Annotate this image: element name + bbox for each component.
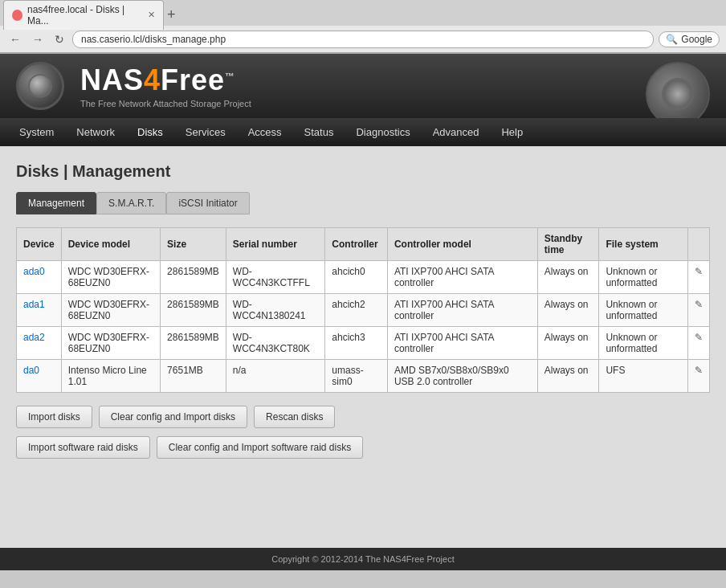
- logo-title-area: NAS4Free™ The Free Network Attached Stor…: [80, 63, 251, 108]
- title-free: Free: [161, 63, 225, 96]
- forward-button[interactable]: →: [29, 31, 47, 47]
- clear-import-button[interactable]: Clear config and Import disks: [99, 406, 247, 428]
- title-nas: NAS: [80, 63, 144, 96]
- cell-device: ada1: [17, 294, 62, 327]
- tab-title: nas4free.local - Disks | Ma...: [27, 4, 140, 27]
- action-buttons-row2: Import software raid disks Clear config …: [16, 436, 710, 459]
- device-link[interactable]: da0: [23, 365, 39, 376]
- cell-controller: umass-sim0: [325, 360, 388, 393]
- title-main: Management: [72, 162, 170, 180]
- cell-ctrl-model: ATI IXP700 AHCI SATA controller: [387, 261, 537, 294]
- url-input[interactable]: [72, 31, 654, 48]
- logo-inner: [28, 74, 52, 98]
- cell-edit: ✎: [688, 327, 710, 360]
- col-filesystem: File system: [599, 228, 688, 261]
- nav-network[interactable]: Network: [65, 118, 126, 146]
- device-link[interactable]: ada1: [23, 299, 45, 310]
- page-content: Disks | Management Management S.M.A.R.T.…: [0, 146, 726, 548]
- table-row: ada0 WDC WD30EFRX-68EUZN0 2861589MB WD-W…: [17, 261, 710, 294]
- site-header: NAS4Free™ The Free Network Attached Stor…: [0, 54, 726, 118]
- active-tab[interactable]: nas4free.local - Disks | Ma... ✕: [3, 0, 164, 30]
- nav-diagnostics[interactable]: Diagnostics: [345, 118, 421, 146]
- tab-favicon: [12, 10, 22, 21]
- cell-filesystem: Unknown or unformatted: [599, 327, 688, 360]
- cell-edit: ✎: [688, 261, 710, 294]
- nav-help[interactable]: Help: [490, 118, 534, 146]
- cell-ctrl-model: ATI IXP700 AHCI SATA controller: [387, 294, 537, 327]
- cell-serial: WD-WCC4N3KCTFFL: [226, 261, 325, 294]
- col-device: Device: [17, 228, 62, 261]
- header-decoration: [646, 62, 710, 118]
- title-separator: |: [63, 162, 72, 180]
- search-box[interactable]: 🔍 Google: [659, 31, 720, 47]
- cell-model: Intenso Micro Line 1.01: [61, 360, 160, 393]
- col-standby: Standby time: [537, 228, 599, 261]
- clear-import-raid-button[interactable]: Clear config and Import software raid di…: [157, 436, 363, 459]
- edit-icon[interactable]: ✎: [695, 266, 703, 277]
- cell-model: WDC WD30EFRX-68EUZN0: [61, 327, 160, 360]
- tab-management[interactable]: Management: [16, 192, 96, 214]
- import-disks-button[interactable]: Import disks: [16, 406, 92, 428]
- cell-model: WDC WD30EFRX-68EUZN0: [61, 261, 160, 294]
- main-navigation: System Network Disks Services Access Sta…: [0, 118, 726, 146]
- col-actions: [688, 228, 710, 261]
- back-button[interactable]: ←: [6, 31, 24, 47]
- cell-controller: ahcich2: [325, 294, 388, 327]
- copyright-text: Copyright © 2012-2014 The NAS4Free Proje…: [271, 554, 454, 564]
- cell-ctrl-model: AMD SB7x0/SB8x0/SB9x0 USB 2.0 controller: [387, 360, 537, 393]
- new-tab-button[interactable]: +: [167, 6, 176, 23]
- title-tm: ™: [225, 71, 235, 82]
- cell-standby: Always on: [537, 261, 599, 294]
- edit-icon[interactable]: ✎: [695, 299, 703, 310]
- cell-filesystem: Unknown or unformatted: [599, 261, 688, 294]
- import-raid-button[interactable]: Import software raid disks: [16, 436, 150, 459]
- site-subtitle: The Free Network Attached Storage Projec…: [80, 99, 251, 108]
- browser-chrome: nas4free.local - Disks | Ma... ✕ + ← → ↻…: [0, 0, 726, 54]
- nav-advanced[interactable]: Advanced: [422, 118, 491, 146]
- cell-serial: WD-WCC4N1380241: [226, 294, 325, 327]
- page-footer: Copyright © 2012-2014 The NAS4Free Proje…: [0, 548, 726, 570]
- nav-services[interactable]: Services: [174, 118, 237, 146]
- nav-access[interactable]: Access: [237, 118, 293, 146]
- cell-device: ada2: [17, 327, 62, 360]
- cell-size: 2861589MB: [161, 327, 226, 360]
- edit-icon[interactable]: ✎: [695, 332, 703, 343]
- nav-disks[interactable]: Disks: [126, 118, 174, 146]
- page-title: Disks | Management: [16, 162, 710, 181]
- col-controller: Controller: [325, 228, 388, 261]
- search-icon: 🔍: [666, 34, 678, 45]
- cell-serial: WD-WCC4N3KCT80K: [226, 327, 325, 360]
- device-link[interactable]: ada0: [23, 266, 45, 277]
- device-link[interactable]: ada2: [23, 332, 45, 343]
- sub-tab-nav: Management S.M.A.R.T. iSCSI Initiator: [16, 192, 710, 214]
- cell-device: ada0: [17, 261, 62, 294]
- col-ctrl-model: Controller model: [387, 228, 537, 261]
- cell-standby: Always on: [537, 360, 599, 393]
- col-model: Device model: [61, 228, 160, 261]
- action-buttons-row1: Import disks Clear config and Import dis…: [16, 406, 710, 428]
- table-row: ada1 WDC WD30EFRX-68EUZN0 2861589MB WD-W…: [17, 294, 710, 327]
- refresh-button[interactable]: ↻: [51, 31, 67, 47]
- edit-icon[interactable]: ✎: [695, 365, 703, 376]
- search-placeholder: Google: [681, 34, 712, 45]
- tab-close-button[interactable]: ✕: [148, 10, 155, 20]
- title-prefix: Disks: [16, 162, 59, 180]
- gear-icon: [662, 78, 694, 110]
- nav-system[interactable]: System: [8, 118, 65, 146]
- disk-table: Device Device model Size Serial number C…: [16, 227, 710, 393]
- rescan-button[interactable]: Rescan disks: [254, 406, 335, 428]
- nav-status[interactable]: Status: [293, 118, 345, 146]
- col-serial: Serial number: [226, 228, 325, 261]
- logo-circle: [16, 62, 64, 110]
- cell-controller: ahcich0: [325, 261, 388, 294]
- tab-bar: nas4free.local - Disks | Ma... ✕ +: [0, 0, 726, 26]
- site-title: NAS4Free™: [80, 63, 251, 97]
- cell-model: WDC WD30EFRX-68EUZN0: [61, 294, 160, 327]
- cell-standby: Always on: [537, 294, 599, 327]
- cell-filesystem: UFS: [599, 360, 688, 393]
- col-size: Size: [161, 228, 226, 261]
- cell-filesystem: Unknown or unformatted: [599, 294, 688, 327]
- tab-iscsi[interactable]: iSCSI Initiator: [166, 192, 249, 214]
- tab-smart[interactable]: S.M.A.R.T.: [96, 192, 166, 214]
- cell-size: 7651MB: [161, 360, 226, 393]
